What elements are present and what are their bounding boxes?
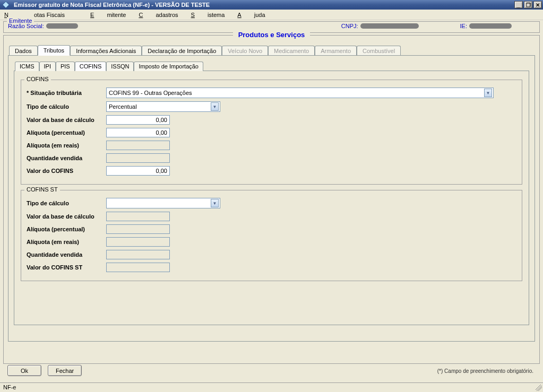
menu-emitente[interactable]: Emitente xyxy=(90,12,126,18)
menubar: Notas Fiscais Emitente Cadastros Sistema… xyxy=(0,10,543,20)
cofins-legend: COFINS xyxy=(24,76,51,82)
subtab-cofins[interactable]: COFINS xyxy=(75,62,107,71)
ie-label: IE: xyxy=(460,23,467,29)
razao-social-value xyxy=(46,23,78,29)
valor-base-calculo-input[interactable] xyxy=(106,115,170,125)
svg-marker-0 xyxy=(3,2,9,8)
statusbar: NF-e xyxy=(0,382,543,392)
chevron-down-icon: ▼ xyxy=(211,102,219,111)
maximize-button[interactable]: ❐ xyxy=(524,1,532,8)
cofins-st-group: COFINS ST Tipo de cálculo ▼ Valor da bas… xyxy=(21,190,522,281)
fechar-button[interactable]: Fechar xyxy=(48,365,82,376)
situacao-tributaria-select[interactable]: COFINS 99 - Outras Operações ▼ xyxy=(106,88,494,98)
st-valor-base-calculo-label: Valor da base de cálculo xyxy=(27,213,106,220)
inner-tab-strip: ICMS IPI PIS COFINS ISSQN Imposto de Imp… xyxy=(14,61,529,71)
outer-tab-body: ICMS IPI PIS COFINS ISSQN Imposto de Imp… xyxy=(8,55,535,342)
cofins-group: COFINS * Situação tributária COFINS 99 -… xyxy=(21,80,522,185)
st-aliquota-percentual-label: Alíquota (percentual) xyxy=(27,226,106,232)
subtab-pis[interactable]: PIS xyxy=(56,62,75,71)
st-quantidade-vendida-label: Quantidade vendida xyxy=(27,251,106,258)
quantidade-vendida-label: Quantidade vendida xyxy=(27,155,106,161)
cnpj-label: CNPJ: xyxy=(341,23,358,29)
chevron-down-icon: ▼ xyxy=(211,199,219,207)
tab-armamento: Armamento xyxy=(315,46,357,56)
st-aliquota-reais-input xyxy=(106,237,170,247)
menu-notas-fiscais[interactable]: Notas Fiscais xyxy=(4,12,77,18)
tab-combustivel: Combustível xyxy=(357,46,401,56)
menu-sistema[interactable]: Sistema xyxy=(191,12,225,18)
menu-ajuda[interactable]: Ajuda xyxy=(237,12,265,18)
tipo-calculo-value: Percentual xyxy=(109,103,137,110)
dialog-buttons: Ok Fechar xyxy=(7,365,82,376)
valor-base-calculo-label: Valor da base de cálculo xyxy=(27,117,106,123)
aliquota-percentual-label: Alíquota (percentual) xyxy=(27,129,106,136)
ok-button[interactable]: Ok xyxy=(7,365,41,376)
tab-tributos[interactable]: Tributos xyxy=(38,45,70,56)
quantidade-vendida-input xyxy=(106,153,170,163)
subtab-icms[interactable]: ICMS xyxy=(15,62,39,71)
menu-cadastros[interactable]: Cadastros xyxy=(139,12,178,18)
aliquota-reais-input xyxy=(106,141,170,150)
app-icon xyxy=(2,1,10,8)
valor-cofins-label: Valor do COFINS xyxy=(27,168,106,174)
minimize-button[interactable]: _ xyxy=(514,1,523,8)
outer-tab-strip: Dados Tributos Informações Adicionais De… xyxy=(8,45,535,55)
valor-cofins-input[interactable] xyxy=(106,166,170,176)
chevron-down-icon: ▼ xyxy=(484,89,492,97)
tab-declaracao-importacao[interactable]: Declaração de Importação xyxy=(142,46,222,56)
st-valor-base-calculo-input xyxy=(106,212,170,221)
main-panel: Produtos e Serviços Dados Tributos Infor… xyxy=(3,35,540,364)
emitente-legend: Emitente xyxy=(7,18,34,24)
situacao-tributaria-value: COFINS 99 - Outras Operações xyxy=(109,90,192,96)
st-valor-cofins-input xyxy=(106,263,170,272)
status-text: NF-e xyxy=(3,384,16,390)
st-aliquota-percentual-input xyxy=(106,224,170,234)
close-button[interactable]: ✕ xyxy=(533,1,542,8)
st-valor-cofins-label: Valor do COFINS ST xyxy=(27,264,106,271)
situacao-tributaria-label: * Situação tributária xyxy=(27,90,106,96)
tipo-calculo-label: Tipo de cálculo xyxy=(27,103,106,110)
tipo-calculo-select[interactable]: Percentual ▼ xyxy=(106,101,220,112)
subtab-ipi[interactable]: IPI xyxy=(39,62,56,71)
tab-medicamento: Medicamento xyxy=(268,46,315,56)
cofins-st-legend: COFINS ST xyxy=(24,186,60,193)
window-title: Emissor gratuito de Nota Fiscal Eletrôni… xyxy=(12,2,513,8)
mandatory-hint: (*) Campo de preenchimento obrigatório. xyxy=(437,368,533,374)
tab-veiculo-novo: Veículo Novo xyxy=(222,46,268,56)
subtab-imposto-importacao[interactable]: Imposto de Importação xyxy=(134,62,203,71)
aliquota-reais-label: Alíquota (em reais) xyxy=(27,142,106,149)
aliquota-percentual-input[interactable] xyxy=(106,128,170,137)
st-quantidade-vendida-input xyxy=(106,250,170,259)
inner-tab-body: COFINS * Situação tributária COFINS 99 -… xyxy=(14,71,529,325)
tab-info-adicionais[interactable]: Informações Adicionais xyxy=(70,46,142,56)
tab-dados[interactable]: Dados xyxy=(9,46,38,56)
ie-value xyxy=(469,23,512,29)
st-tipo-calculo-label: Tipo de cálculo xyxy=(27,200,106,206)
st-aliquota-reais-label: Alíquota (em reais) xyxy=(27,239,106,245)
titlebar: Emissor gratuito de Nota Fiscal Eletrôni… xyxy=(0,0,543,10)
panel-title: Produtos e Serviços xyxy=(4,31,539,39)
subtab-issqn[interactable]: ISSQN xyxy=(106,62,134,71)
st-tipo-calculo-select[interactable]: ▼ xyxy=(106,198,220,208)
cnpj-value xyxy=(360,23,419,29)
